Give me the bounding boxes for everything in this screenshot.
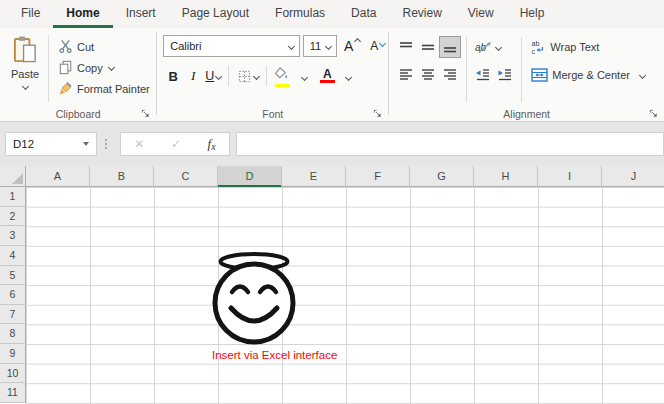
- align-right-button[interactable]: [439, 64, 461, 86]
- row-header[interactable]: 8: [0, 324, 26, 344]
- col-header-j[interactable]: J: [602, 166, 664, 186]
- row-header[interactable]: 9: [0, 344, 26, 364]
- tab-home[interactable]: Home: [53, 1, 112, 28]
- font-color-letter: A: [323, 69, 332, 79]
- top-align-icon: [398, 39, 414, 55]
- tab-view[interactable]: View: [455, 1, 507, 28]
- caret-up-icon: [354, 38, 361, 45]
- format-painter-button[interactable]: Format Painter: [53, 78, 154, 99]
- row-header[interactable]: 6: [0, 285, 26, 305]
- tab-insert[interactable]: Insert: [113, 1, 169, 28]
- col-header-g[interactable]: G: [410, 166, 474, 186]
- tab-file[interactable]: File: [8, 1, 53, 28]
- col-header-c[interactable]: C: [154, 166, 218, 186]
- wrap-text-icon: ab c: [530, 39, 546, 55]
- format-painter-brush-icon: [57, 81, 73, 97]
- group-clipboard: Paste Cut: [0, 28, 156, 122]
- col-header-h[interactable]: H: [474, 166, 538, 186]
- align-left-icon: [398, 67, 414, 83]
- font-size-chevron-icon: [325, 42, 332, 49]
- copy-button[interactable]: Copy: [53, 57, 154, 78]
- col-header-i[interactable]: I: [538, 166, 602, 186]
- row-header[interactable]: 5: [0, 266, 26, 286]
- align-left-button[interactable]: [395, 64, 417, 86]
- font-group-label: Font: [157, 108, 388, 120]
- clipboard-dialog-launcher[interactable]: [139, 107, 151, 119]
- align-center-button[interactable]: [417, 64, 439, 86]
- font-name-combo[interactable]: Calibri: [163, 35, 299, 57]
- decrease-indent-button[interactable]: [472, 64, 494, 86]
- formula-bar-splitter[interactable]: [97, 139, 114, 149]
- wrap-text-button[interactable]: ab c Wrap Text: [530, 35, 645, 59]
- font-size-combo[interactable]: 11: [303, 35, 337, 57]
- paste-button[interactable]: Paste: [3, 33, 47, 104]
- col-header-b[interactable]: B: [90, 166, 154, 186]
- tab-help[interactable]: Help: [507, 1, 558, 28]
- cut-button[interactable]: Cut: [53, 36, 154, 57]
- row-header[interactable]: 11: [0, 383, 26, 403]
- underline-button[interactable]: U: [203, 64, 223, 88]
- fill-color-button[interactable]: [272, 64, 293, 88]
- smiley-with-halo-image[interactable]: [207, 246, 299, 350]
- formula-input[interactable]: [236, 132, 664, 156]
- italic-button[interactable]: I: [183, 64, 203, 88]
- col-header-e[interactable]: E: [282, 166, 346, 186]
- col-header-d-selected[interactable]: D: [218, 166, 282, 186]
- chevron-down-icon: [345, 73, 352, 80]
- insert-function-button[interactable]: fx: [208, 136, 216, 152]
- row-header[interactable]: 4: [0, 246, 26, 266]
- alignment-dialog-launcher[interactable]: [647, 107, 659, 119]
- bottom-align-button[interactable]: [439, 36, 461, 58]
- formula-bar: D12 ✕ ✓ fx: [0, 122, 664, 166]
- row-header[interactable]: 1: [0, 187, 26, 207]
- orientation-button[interactable]: ab: [472, 36, 502, 58]
- name-box[interactable]: D12: [5, 132, 97, 156]
- copy-dropdown-chevron-icon: [108, 64, 115, 71]
- paste-dropdown-chevron-icon: [21, 83, 28, 90]
- select-all-corner[interactable]: [0, 166, 26, 187]
- decrease-font-size-button[interactable]: A: [367, 38, 388, 54]
- middle-align-button[interactable]: [417, 36, 439, 58]
- increase-font-size-button[interactable]: A: [341, 37, 363, 55]
- divider: [266, 66, 267, 86]
- fill-color-chevron[interactable]: [293, 64, 313, 88]
- font-dialog-launcher[interactable]: [371, 107, 383, 119]
- cancel-icon[interactable]: ✕: [134, 137, 144, 151]
- enter-icon[interactable]: ✓: [171, 137, 181, 151]
- tab-data[interactable]: Data: [338, 1, 389, 28]
- shrink-font-letter: A: [370, 39, 378, 53]
- copy-icon: [57, 60, 73, 76]
- bold-button[interactable]: B: [163, 64, 183, 88]
- tab-page-layout[interactable]: Page Layout: [169, 1, 262, 28]
- font-color-chevron[interactable]: [337, 64, 357, 88]
- increase-indent-button[interactable]: [494, 64, 516, 86]
- cell-annotation-text[interactable]: Insert via Excel interface: [212, 349, 337, 361]
- increase-indent-icon: [497, 67, 513, 83]
- font-size-value: 11: [310, 40, 321, 52]
- tab-review[interactable]: Review: [389, 1, 454, 28]
- tab-formulas[interactable]: Formulas: [262, 1, 338, 28]
- decrease-indent-icon: [475, 67, 491, 83]
- cell-grid[interactable]: Insert via Excel interface: [26, 187, 664, 404]
- merge-center-chevron-icon: [639, 71, 646, 78]
- chevron-down-icon: [301, 73, 308, 80]
- formula-buttons-panel: ✕ ✓ fx: [120, 132, 230, 156]
- col-header-a[interactable]: A: [26, 166, 90, 186]
- row-header[interactable]: 10: [0, 364, 26, 384]
- font-color-button[interactable]: A: [317, 64, 337, 88]
- corner-triangle-icon: [12, 173, 23, 184]
- borders-button[interactable]: [234, 64, 261, 88]
- row-header[interactable]: 2: [0, 207, 26, 227]
- wrap-text-label: Wrap Text: [550, 41, 599, 53]
- name-box-value: D12: [6, 138, 83, 150]
- top-align-button[interactable]: [395, 36, 417, 58]
- merge-center-button[interactable]: Merge & Center: [530, 63, 645, 87]
- copy-label: Copy: [77, 62, 103, 74]
- italic-label: I: [191, 68, 196, 84]
- row-header[interactable]: 3: [0, 226, 26, 246]
- fill-color-swatch: [275, 84, 290, 88]
- col-header-f[interactable]: F: [346, 166, 410, 186]
- orientation-chevron-icon: [495, 43, 502, 50]
- group-alignment: ab: [389, 28, 664, 122]
- row-header[interactable]: 7: [0, 305, 26, 325]
